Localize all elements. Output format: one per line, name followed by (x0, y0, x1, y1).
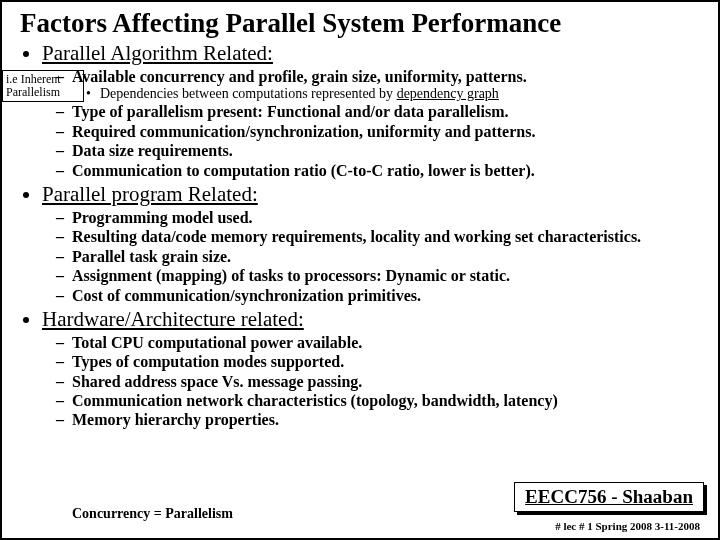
program-items: Programming model used. Resulting data/c… (42, 209, 700, 305)
dependency-sublist: Dependencies between computations repres… (56, 86, 700, 102)
page-title: Factors Affecting Parallel System Perfor… (20, 8, 700, 39)
section-heading: Parallel Algorithm Related: (42, 41, 273, 65)
slide: Factors Affecting Parallel System Perfor… (0, 0, 720, 540)
list-item: Total CPU computational power available. (56, 334, 700, 352)
section-heading: Hardware/Architecture related: (42, 307, 304, 331)
list-item: Assignment (mapping) of tasks to process… (56, 267, 700, 285)
list-item: Shared address space Vs. message passing… (56, 373, 700, 391)
list-item: Dependencies between computations repres… (86, 86, 700, 102)
dep-text-pre: Dependencies between computations repres… (100, 86, 397, 101)
section-program: Parallel program Related: Programming mo… (42, 182, 700, 305)
list-item: Cost of communication/synchronization pr… (56, 287, 700, 305)
list-item: Programming model used. (56, 209, 700, 227)
list-item: Available concurrency and profile, grain… (56, 68, 700, 86)
list-item: Types of computation modes supported. (56, 353, 700, 371)
section-heading: Parallel program Related: (42, 182, 258, 206)
footer-brand: EECC756 - Shaaban (514, 482, 704, 512)
footer-right: # lec # 1 Spring 2008 3-11-2008 (555, 520, 700, 532)
section-algorithm: Parallel Algorithm Related: Available co… (42, 41, 700, 180)
algorithm-items: Available concurrency and profile, grain… (42, 68, 700, 180)
list-item: Parallel task grain size. (56, 248, 700, 266)
dep-text-und: dependency graph (397, 86, 499, 101)
list-item: Type of parallelism present: Functional … (56, 103, 700, 121)
list-item: Memory hierarchy properties. (56, 411, 700, 429)
section-hardware: Hardware/Architecture related: Total CPU… (42, 307, 700, 430)
list-item: Resulting data/code memory requirements,… (56, 228, 700, 246)
footer-left: Concurrency = Parallelism (72, 506, 233, 522)
list-item: Communication network characteristics (t… (56, 392, 700, 410)
sections-list: Parallel Algorithm Related: Available co… (20, 41, 700, 430)
list-item: Communication to computation ratio (C-to… (56, 162, 700, 180)
list-item: Data size requirements. (56, 142, 700, 160)
hardware-items: Total CPU computational power available.… (42, 334, 700, 430)
list-item: Required communication/synchronization, … (56, 123, 700, 141)
